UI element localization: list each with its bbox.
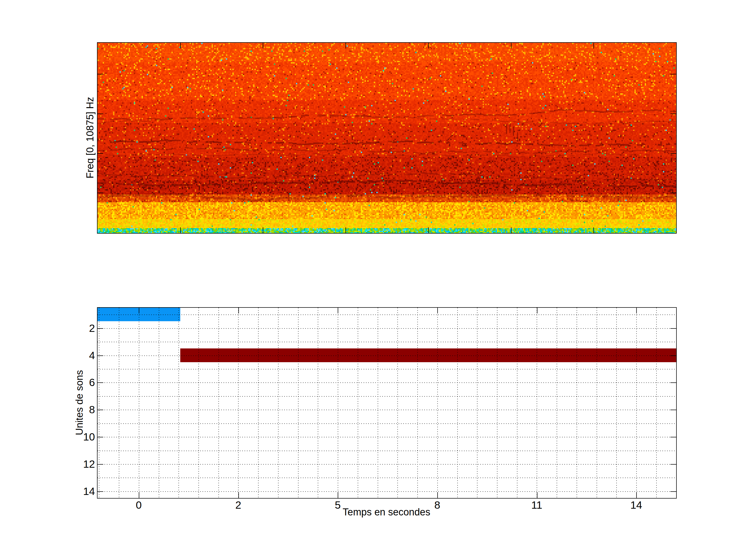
units-x-tick xyxy=(537,492,537,498)
units-xlabel: Temps en secondes xyxy=(343,507,430,517)
units-x-tick xyxy=(537,308,537,314)
gridline-horizontal xyxy=(98,423,676,424)
units-x-tick xyxy=(437,308,438,314)
gridline-vertical xyxy=(338,308,338,498)
units-y-tick xyxy=(670,355,676,356)
y-tick-label: 8 xyxy=(53,404,95,415)
gridline-vertical xyxy=(656,308,657,498)
gridline-horizontal xyxy=(98,478,676,478)
y-tick-label: 4 xyxy=(53,350,95,361)
spectrogram-x-tick xyxy=(180,43,181,49)
units-y-tick xyxy=(670,464,676,464)
units-y-tick xyxy=(98,355,103,356)
gridline-horizontal xyxy=(98,491,676,492)
gridline-vertical xyxy=(537,308,537,498)
spectrogram-y-tick xyxy=(98,153,103,154)
spectrogram-y-tick xyxy=(670,74,676,74)
gridline-vertical xyxy=(378,308,378,498)
gridline-horizontal xyxy=(98,382,676,383)
spectrogram-y-tick xyxy=(670,153,676,154)
gridline-vertical xyxy=(199,308,199,498)
gridline-horizontal xyxy=(98,410,676,410)
gridline-vertical xyxy=(557,308,557,498)
spectrogram-x-tick xyxy=(345,43,346,49)
spectrogram-x-tick xyxy=(263,43,263,49)
gridline-vertical xyxy=(636,308,637,498)
gridline-horizontal xyxy=(98,315,676,315)
figure: Freq [0, 10875] Hz Unites de sons Temps … xyxy=(0,0,747,560)
spectrogram-y-tick xyxy=(670,113,676,114)
units-x-tick xyxy=(437,492,438,498)
units-y-tick xyxy=(670,328,676,329)
gridline-vertical xyxy=(218,308,219,498)
gridline-vertical xyxy=(139,308,139,498)
gridline-vertical xyxy=(298,308,299,498)
gridline-horizontal xyxy=(98,328,676,329)
gridline-vertical xyxy=(437,308,438,498)
y-tick-label: 12 xyxy=(53,459,95,469)
units-y-tick xyxy=(98,464,103,464)
units-y-tick xyxy=(98,410,103,410)
gridline-vertical xyxy=(278,308,279,498)
gridline-vertical xyxy=(477,308,478,498)
spectrogram-ylabel: Freq [0, 10875] Hz xyxy=(85,97,95,179)
units-x-tick xyxy=(636,308,637,314)
spectrogram-y-tick xyxy=(98,193,103,193)
gridline-horizontal xyxy=(98,396,676,397)
gridline-vertical xyxy=(576,308,577,498)
gridline-horizontal xyxy=(98,355,676,356)
x-tick-label: 14 xyxy=(630,500,642,510)
gridline-vertical xyxy=(397,308,398,498)
spectrogram-x-tick xyxy=(511,43,512,49)
gridline-vertical xyxy=(159,308,159,498)
gridline-vertical xyxy=(616,308,617,498)
spectrogram-x-tick xyxy=(263,228,263,233)
gridline-vertical xyxy=(597,308,597,498)
spectrogram-x-tick xyxy=(180,228,181,233)
units-x-tick xyxy=(338,308,338,314)
units-x-tick xyxy=(238,492,239,498)
units-y-tick xyxy=(670,491,676,492)
y-tick-label: 2 xyxy=(53,323,95,334)
gridline-horizontal xyxy=(98,342,676,342)
x-tick-label: 5 xyxy=(335,500,341,510)
spectrogram-y-tick xyxy=(670,193,676,193)
gridline-horizontal xyxy=(98,437,676,437)
x-tick-label: 8 xyxy=(434,500,440,510)
units-plot xyxy=(97,307,677,499)
units-y-tick xyxy=(98,437,103,437)
gridline-vertical xyxy=(517,308,517,498)
units-x-tick xyxy=(338,492,338,498)
spectrogram-y-tick xyxy=(98,74,103,74)
gridline-vertical xyxy=(238,308,239,498)
gridline-horizontal xyxy=(98,464,676,464)
gridline-vertical xyxy=(258,308,259,498)
y-tick-label: 14 xyxy=(53,486,95,497)
spectrogram-x-tick xyxy=(511,228,512,233)
spectrogram-x-tick xyxy=(428,228,429,233)
gridline-vertical xyxy=(178,308,179,498)
gridline-vertical xyxy=(417,308,418,498)
x-tick-label: 0 xyxy=(136,500,141,510)
gridline-vertical xyxy=(318,308,318,498)
spectrogram-plot xyxy=(97,42,677,234)
units-y-tick xyxy=(98,382,103,383)
units-y-tick xyxy=(670,437,676,437)
gridline-vertical xyxy=(497,308,497,498)
gridline-vertical xyxy=(99,308,99,498)
units-y-tick xyxy=(670,382,676,383)
x-tick-label: 11 xyxy=(531,500,542,510)
gridline-vertical xyxy=(119,308,119,498)
x-tick-label: 2 xyxy=(235,500,241,510)
units-x-tick xyxy=(636,492,637,498)
units-y-tick xyxy=(98,328,103,329)
units-x-tick xyxy=(139,308,139,314)
spectrogram-y-tick xyxy=(98,113,103,114)
spectrogram-x-tick xyxy=(593,228,594,233)
units-y-tick xyxy=(98,491,103,492)
spectrogram-x-tick xyxy=(428,43,429,49)
gridline-vertical xyxy=(457,308,458,498)
spectrogram-x-tick xyxy=(593,43,594,49)
gridline-horizontal xyxy=(98,369,676,369)
units-x-tick xyxy=(238,308,239,314)
